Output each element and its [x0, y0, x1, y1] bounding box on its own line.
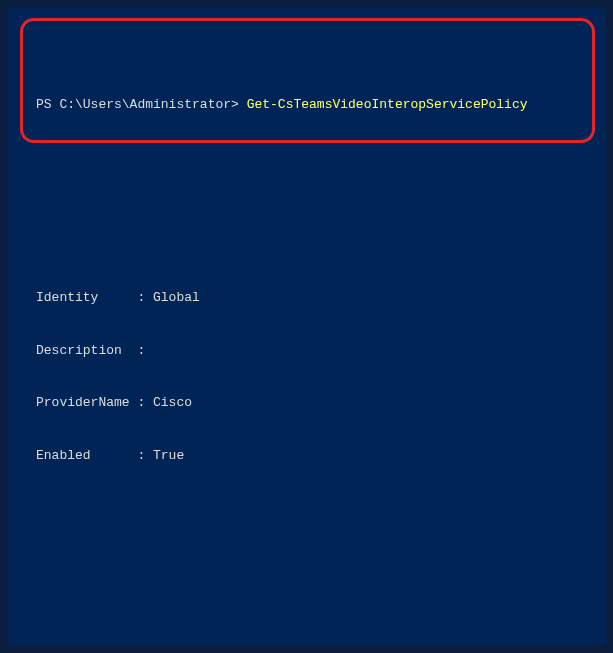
blank-lines: [36, 166, 587, 201]
sep: :: [130, 342, 153, 360]
highlight-callout: [20, 18, 595, 143]
label-enabled: Enabled: [36, 447, 130, 465]
prompt-gt: >: [231, 97, 247, 112]
row-enabled: Enabled : True: [36, 447, 587, 465]
row-identity: Identity : Global: [36, 289, 587, 307]
row-description: Description :: [36, 342, 587, 360]
val-identity: Global: [153, 289, 200, 307]
label-description: Description: [36, 342, 130, 360]
sep: :: [130, 394, 153, 412]
prompt-line-1: PS C:\Users\Administrator> Get-CsTeamsVi…: [36, 96, 587, 114]
row-providername: ProviderName : Cisco: [36, 394, 587, 412]
powershell-terminal[interactable]: PS C:\Users\Administrator> Get-CsTeamsVi…: [8, 8, 605, 645]
prompt-prefix: PS: [36, 97, 59, 112]
blank-line: [36, 552, 587, 570]
prompt-path: C:\Users\Administrator: [59, 97, 231, 112]
val-enabled: True: [153, 447, 184, 465]
val-providername: Cisco: [153, 394, 192, 412]
sep: :: [130, 289, 153, 307]
command-text: Get-CsTeamsVideoInteropServicePolicy: [247, 97, 528, 112]
label-identity: Identity: [36, 289, 130, 307]
record-1: Identity : Tag:ServiceProviderDisabled D…: [36, 623, 587, 645]
sep: :: [130, 447, 153, 465]
label-providername: ProviderName: [36, 394, 130, 412]
record-0: Identity : Global Description : Provider…: [36, 254, 587, 500]
